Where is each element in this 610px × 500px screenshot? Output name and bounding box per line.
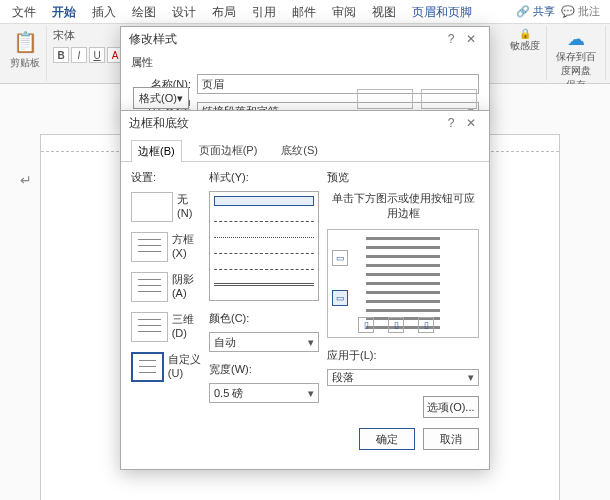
setting-box[interactable] [131, 232, 168, 262]
edge-middle-button[interactable]: ▭ [332, 290, 348, 306]
font-name[interactable]: 宋体 [53, 28, 75, 43]
style-dash2[interactable] [214, 244, 314, 254]
edge-top-button[interactable]: ▭ [332, 250, 348, 266]
baidu-label: 保存到百度网盘 [553, 50, 599, 78]
style-dashdot[interactable] [214, 260, 314, 270]
tab-mailings[interactable]: 邮件 [284, 0, 324, 24]
share-button[interactable]: 🔗 共享 [516, 4, 555, 19]
paste-icon[interactable]: 📋 [13, 28, 37, 56]
dlg1-ok[interactable] [357, 89, 413, 109]
tab-shading[interactable]: 底纹(S) [274, 139, 325, 161]
color-value: 自动 [214, 335, 236, 350]
dialog-titlebar[interactable]: 修改样式 ? ✕ [121, 27, 489, 51]
settings-label: 设置: [131, 170, 201, 185]
tab-layout[interactable]: 布局 [204, 0, 244, 24]
cloud-icon[interactable]: ☁ [567, 28, 585, 50]
setting-box-label: 方框(X) [172, 232, 201, 259]
color-select[interactable]: 自动 [209, 332, 319, 352]
underline-button[interactable]: U [89, 47, 105, 63]
sensitivity-icon[interactable]: 🔒 [519, 28, 531, 39]
style-column: 样式(Y): 颜色(C): 自动 宽度(W): 0.5 磅 [209, 170, 319, 418]
tab-insert[interactable]: 插入 [84, 0, 124, 24]
setting-custom[interactable] [131, 352, 164, 382]
tab-view[interactable]: 视图 [364, 0, 404, 24]
comments-button[interactable]: 💬 批注 [561, 4, 600, 19]
style-list[interactable] [209, 191, 319, 301]
setting-shadow-label: 阴影(A) [172, 272, 201, 299]
paragraph-mark-icon: ↵ [20, 172, 32, 188]
preview-hint: 单击下方图示或使用按钮可应用边框 [327, 191, 479, 221]
dialog2-title: 边框和底纹 [129, 115, 189, 132]
borders-shading-dialog: 边框和底纹 ? ✕ 边框(B) 页面边框(P) 底纹(S) 设置: 无(N) 方… [120, 110, 490, 470]
style-solid[interactable] [214, 196, 314, 206]
ok-button[interactable]: 确定 [359, 428, 415, 450]
help-icon[interactable]: ? [441, 32, 461, 46]
preview-label: 预览 [327, 170, 479, 185]
preview-lines [366, 237, 440, 329]
dlg1-cancel[interactable] [421, 89, 477, 109]
apply-label: 应用于(L): [327, 348, 479, 363]
group-sensitivity: 🔒敏感度 [504, 26, 547, 81]
width-value: 0.5 磅 [214, 386, 243, 401]
comments-label: 批注 [578, 5, 600, 17]
options-button[interactable]: 选项(O)... [423, 396, 479, 418]
tab-page-border[interactable]: 页面边框(P) [192, 139, 265, 161]
tab-home[interactable]: 开始 [44, 0, 84, 24]
close-icon[interactable]: ✕ [461, 116, 481, 130]
setting-3d-label: 三维(D) [172, 312, 201, 339]
tab-file[interactable]: 文件 [4, 0, 44, 24]
width-select[interactable]: 0.5 磅 [209, 383, 319, 403]
setting-3d[interactable] [131, 312, 168, 342]
tab-review[interactable]: 审阅 [324, 0, 364, 24]
width-label: 宽度(W): [209, 362, 319, 377]
edge-bm-button[interactable]: ▯ [388, 317, 404, 333]
style-dot[interactable] [214, 228, 314, 238]
group-baidu: ☁保存到百度网盘 保存 [547, 26, 606, 81]
setting-none[interactable] [131, 192, 173, 222]
help-icon[interactable]: ? [441, 116, 461, 130]
style-dash1[interactable] [214, 212, 314, 222]
apply-select[interactable]: 段落 [327, 369, 479, 386]
format-label: 格式(O) [139, 91, 177, 106]
dialog2-titlebar[interactable]: 边框和底纹 ? ✕ [121, 111, 489, 135]
menubar: 文件 开始 插入 绘图 设计 布局 引用 邮件 审阅 视图 页眉和页脚 🔗 共享… [0, 0, 610, 24]
group-clipboard-label: 剪贴板 [10, 56, 40, 70]
dialog-tabs: 边框(B) 页面边框(P) 底纹(S) [121, 135, 489, 162]
tab-draw[interactable]: 绘图 [124, 0, 164, 24]
style-double[interactable] [214, 276, 314, 286]
cancel-button[interactable]: 取消 [423, 428, 479, 450]
italic-button[interactable]: I [71, 47, 87, 63]
setting-none-label: 无(N) [177, 192, 201, 219]
tab-header-footer[interactable]: 页眉和页脚 [404, 0, 480, 24]
style-label: 样式(Y): [209, 170, 319, 185]
group-font: 宋体 B I U A [47, 26, 130, 81]
format-button[interactable]: 格式(O) ▾ [133, 87, 189, 109]
settings-column: 设置: 无(N) 方框(X) 阴影(A) 三维(D) 自定义(U) [131, 170, 201, 418]
edge-bl-button[interactable]: ▯ [358, 317, 374, 333]
sensitivity-label: 敏感度 [510, 39, 540, 53]
section-properties: 属性 [131, 55, 479, 70]
tab-design[interactable]: 设计 [164, 0, 204, 24]
setting-shadow[interactable] [131, 272, 168, 302]
bold-button[interactable]: B [53, 47, 69, 63]
close-icon[interactable]: ✕ [461, 32, 481, 46]
setting-custom-label: 自定义(U) [168, 352, 201, 379]
color-label: 颜色(C): [209, 311, 319, 326]
share-label: 共享 [533, 5, 555, 17]
preview-box[interactable]: ▭ ▭ ▯ ▯ ▯ [327, 229, 479, 338]
tab-references[interactable]: 引用 [244, 0, 284, 24]
apply-value: 段落 [332, 370, 354, 385]
name-value: 页眉 [202, 77, 224, 92]
preview-column: 预览 单击下方图示或使用按钮可应用边框 ▭ ▭ ▯ ▯ ▯ 应用于(L): 段落… [327, 170, 479, 418]
dialog-title: 修改样式 [129, 31, 177, 48]
modify-style-dialog: 修改样式 ? ✕ 属性 名称(N): 页眉 样式类型(T): 链接段落和字符 格… [120, 26, 490, 116]
tab-borders[interactable]: 边框(B) [131, 140, 182, 162]
group-clipboard: 📋 剪贴板 [4, 26, 47, 81]
edge-br-button[interactable]: ▯ [418, 317, 434, 333]
